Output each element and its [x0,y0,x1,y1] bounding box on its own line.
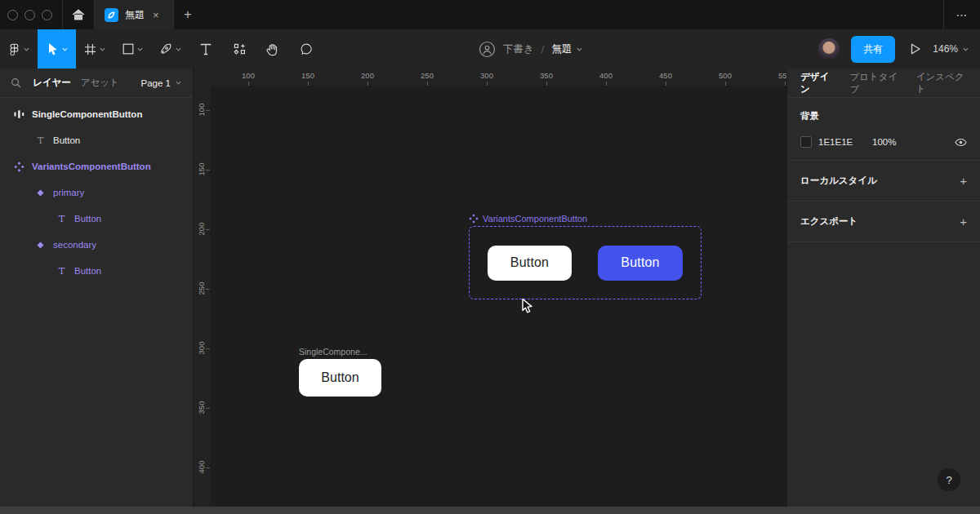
pointer-cursor-icon [521,298,534,314]
layer-row[interactable]: TButton [0,258,193,284]
ruler-tick-label: 300 [474,71,499,80]
tab-title: 無題 [125,8,145,22]
layers-list: SingleComponentButtonTButtonVariantsComp… [0,98,193,284]
help-button[interactable]: ? [938,468,960,491]
ruler-tick-label: 100 [236,71,261,80]
toolbar: 下書き / 無題 共有 146% [0,29,980,69]
file-owner-avatar-icon [479,41,496,58]
variant-button-object[interactable]: Button [488,246,572,281]
fill-hex-value[interactable]: 1E1E1E [818,137,872,147]
ruler-tick-label: 350 [534,71,559,80]
ruler-tick-label: 150 [197,157,206,182]
properties-tab[interactable]: インスペクト [916,71,967,95]
layers-panel-header: レイヤー アセット Page 1 [0,69,193,98]
variants-icon [13,162,25,172]
current-user-avatar[interactable] [818,38,840,60]
breadcrumb-separator: / [541,43,545,55]
ruler-tick-label: 250 [415,71,439,80]
text-tool-button[interactable] [189,29,222,69]
canvas[interactable]: 100150200250300350400450500550 100150200… [194,69,786,507]
ruler-tick-label: 250 [197,277,206,301]
local-styles-section: ローカルスタイル + [787,161,980,202]
share-button[interactable]: 共有 [851,36,895,63]
layer-name: Button [53,135,80,145]
ruler-tick-label: 550 [773,71,786,80]
overflow-menu-button[interactable]: ⋯ [944,0,980,29]
main-menu-button[interactable] [0,29,38,69]
file-name-menu[interactable]: 無題 [551,42,582,56]
search-button[interactable] [11,78,21,88]
breadcrumb-file-name: 無題 [551,42,572,56]
zoom-level-menu[interactable]: 146% [933,43,969,55]
color-swatch[interactable] [800,136,812,148]
layer-row[interactable]: TButton [0,206,193,232]
window-control-button[interactable] [7,10,18,20]
new-tab-button[interactable]: + [174,0,202,29]
shape-tool-button[interactable] [114,29,151,69]
home-button[interactable] [63,0,94,29]
create-component-tool-button[interactable] [222,29,256,69]
hand-icon [265,42,279,56]
tab-close-icon[interactable]: × [151,9,161,21]
layer-name: secondary [53,240,96,250]
ruler-tick-label: 400 [197,455,206,480]
window-control-button[interactable] [42,10,52,20]
chevron-down-icon [176,81,181,85]
bottom-strip [0,507,980,514]
variants-component-frame[interactable]: ButtonButton [469,226,702,299]
component-plus-icon [233,42,246,55]
breadcrumb-project[interactable]: 下書き [503,42,534,56]
properties-tab[interactable]: デザイン [800,71,835,95]
background-section: 背景 1E1E1E 100% [787,98,980,161]
layer-row[interactable]: SingleComponentButton [0,101,193,127]
diamond-icon [34,188,47,197]
chevron-down-icon [62,47,68,51]
layer-row[interactable]: primary [0,179,193,206]
variants-frame-label[interactable]: VariantsComponentButton [469,214,587,224]
hand-tool-button[interactable] [256,29,289,69]
present-button[interactable] [910,42,921,55]
figma-logo-icon [8,43,20,55]
single-component-button-object[interactable]: Button [299,359,381,397]
frame-tool-button[interactable] [76,29,114,69]
layers-panel: レイヤー アセット Page 1 SingleComponentButtonTB… [0,69,194,507]
ruler-tick-label: 200 [355,71,380,80]
layer-row[interactable]: VariantsComponentButton [0,153,193,179]
ruler-tick-label: 200 [197,217,206,241]
variant-button-object[interactable]: Button [598,246,683,281]
home-icon [72,9,85,21]
fill-opacity-value[interactable]: 100% [872,137,896,147]
export-title: エクスポート [800,215,858,228]
chevron-down-icon [176,47,181,51]
ruler-tick-label: 400 [594,71,618,80]
layer-row[interactable]: TButton [0,127,193,153]
comment-tool-button[interactable] [289,29,323,69]
pen-icon [159,42,172,55]
chevron-down-icon [24,47,29,51]
chevron-down-icon [137,47,143,51]
frame-grid-icon [84,43,96,55]
tab-layers[interactable]: レイヤー [28,77,76,89]
single-component-label[interactable]: SingleCompone... [299,347,367,357]
window-controls [0,0,62,29]
visibility-eye-icon[interactable] [955,138,967,147]
window-control-button[interactable] [24,10,35,20]
move-tool-button[interactable] [38,29,76,69]
diamond-icon [34,241,47,250]
export-section: エクスポート + [787,202,980,242]
page-selector-label: Page 1 [141,78,171,88]
layer-name: primary [53,188,84,197]
tab-assets[interactable]: アセット [76,77,124,89]
properties-tab[interactable]: プロトタイプ [850,71,901,95]
layer-row[interactable]: secondary [0,232,193,258]
file-tab[interactable]: 無題 × [95,0,173,29]
chevron-down-icon [577,47,582,51]
local-styles-title: ローカルスタイル [800,175,877,187]
add-style-button[interactable]: + [960,175,967,187]
zoom-level-value: 146% [933,43,958,55]
vertical-ruler: 100150200250300350400 [194,86,210,507]
page-selector[interactable]: Page 1 [141,78,181,88]
ruler-tick-label: 450 [653,71,678,80]
add-export-button[interactable]: + [960,215,967,228]
pen-tool-button[interactable] [151,29,189,69]
